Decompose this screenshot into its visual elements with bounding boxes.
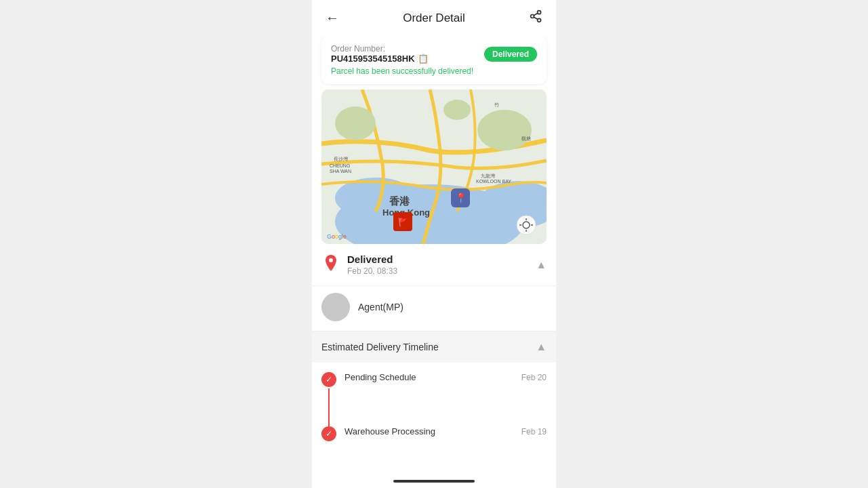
bottom-home-indicator	[393, 480, 475, 483]
back-button[interactable]: ←	[326, 10, 339, 26]
svg-point-10	[477, 110, 532, 150]
success-message: Parcel has been successfully delivered!	[331, 66, 537, 76]
page-title: Order Detail	[403, 12, 465, 25]
delivery-chevron-icon[interactable]: ▲	[536, 259, 547, 271]
timeline-event-date: Feb 19	[521, 427, 547, 436]
svg-text:📍: 📍	[455, 192, 467, 204]
order-number-label: Order Number:	[331, 44, 429, 54]
timeline-item: ✓ Pending Schedule Feb 20	[321, 363, 547, 426]
svg-text:長沙灣: 長沙灣	[334, 157, 348, 162]
timeline-connector	[328, 388, 330, 426]
order-card: Order Number: PU415953545158HK 📋 Deliver…	[321, 36, 547, 84]
phone-screen: ← Order Detail Order Number: PU415953545…	[312, 0, 556, 488]
header: ← Order Detail	[312, 0, 556, 36]
svg-text:🚩: 🚩	[398, 217, 408, 227]
order-number-value: PU415953545158HK 📋	[331, 54, 429, 64]
timeline-item-content: Warehouse Processing Feb 19	[344, 426, 547, 436]
delivery-pin-icon	[321, 256, 340, 274]
svg-text:九龍灣: 九龍灣	[481, 174, 495, 178]
agent-row: Agent(MP)	[312, 286, 556, 331]
map-area[interactable]: 長沙灣 CHEUNG SHA WAN 香港 Hong Kong 九龍灣 KOWL…	[321, 89, 547, 244]
share-button[interactable]	[529, 9, 542, 26]
svg-text:竹: 竹	[494, 102, 499, 107]
timeline-item-content: Pending Schedule Feb 20	[344, 372, 547, 382]
timeline-event-label: Pending Schedule	[344, 372, 416, 382]
svg-text:KOWLOON BAY: KOWLOON BAY	[476, 179, 511, 184]
timeline-list: ✓ Pending Schedule Feb 20 ✓ Warehouse Pr…	[312, 363, 556, 441]
agent-name: Agent(MP)	[358, 302, 403, 312]
svg-line-3	[534, 17, 538, 19]
svg-text:香港: 香港	[389, 195, 410, 207]
timeline-chevron-icon[interactable]: ▲	[536, 341, 547, 353]
google-logo: Google	[327, 233, 347, 240]
copy-icon[interactable]: 📋	[418, 54, 429, 64]
delivery-status-row: Delivered Feb 20, 08:33 ▲	[312, 244, 556, 286]
check-circle-icon: ✓	[321, 426, 336, 441]
timeline-indicator: ✓	[321, 426, 336, 441]
svg-point-31	[329, 258, 333, 262]
status-badge: Delivered	[484, 47, 537, 62]
delivery-status-label: Delivered	[347, 253, 529, 265]
svg-text:觀塘: 觀塘	[521, 136, 531, 141]
check-circle-icon: ✓	[321, 372, 336, 387]
timeline-event-label: Warehouse Processing	[344, 426, 435, 436]
svg-point-9	[335, 106, 376, 140]
timeline-indicator: ✓	[321, 372, 336, 426]
delivery-info: Delivered Feb 20, 08:33	[347, 253, 529, 276]
svg-text:CHEUNG: CHEUNG	[330, 163, 350, 168]
timeline-event-date: Feb 20	[521, 373, 547, 382]
svg-line-4	[534, 13, 538, 15]
timeline-section-header[interactable]: Estimated Delivery Timeline ▲	[312, 331, 556, 363]
timeline-item: ✓ Warehouse Processing Feb 19	[321, 426, 547, 441]
delivery-date: Feb 20, 08:33	[347, 266, 529, 276]
svg-point-11	[443, 100, 471, 120]
svg-text:SHA WAN: SHA WAN	[330, 169, 351, 174]
timeline-title: Estimated Delivery Timeline	[321, 342, 439, 352]
agent-avatar	[321, 293, 350, 321]
